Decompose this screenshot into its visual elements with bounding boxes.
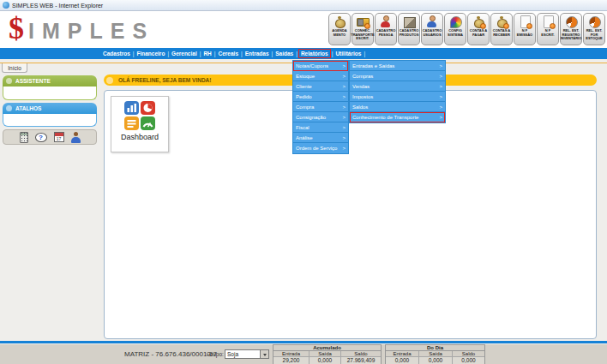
acumulado-title: Acumulado — [273, 345, 381, 351]
toolbar-button-conhec-transporte[interactable]: CONHEC. TRANSPORTE ESCRIT. — [352, 13, 374, 45]
toolbar-button-label: CADASTRO USUÁRIOS — [422, 29, 443, 37]
dropdown-item-consignacao[interactable]: Consignação > — [293, 112, 348, 122]
menu-gerencial[interactable]: Gerencial — [170, 50, 199, 57]
toolbar-button-label: N F EMISSÃO — [514, 29, 535, 37]
submenu-item-conhecimento-de-transporte[interactable]: Conhecimento de Transporte > — [350, 112, 445, 122]
toolbar-button-cadastro-pessoa[interactable]: CADASTRO PESSOA — [375, 13, 397, 45]
do-dia-table: Do Dia Entrada Saída Saldo 0,000 0,000 0… — [385, 344, 485, 364]
dropdown-item-label: Análise — [296, 135, 313, 140]
app-logo: $ IMPLES — [9, 12, 154, 45]
menu-rh[interactable]: RH — [201, 50, 213, 57]
submenu-item-vendas[interactable]: Vendas > — [350, 81, 445, 92]
plus-badge-icon — [480, 23, 486, 29]
acumulado-saldo-value: 27.969,409 — [341, 357, 381, 364]
dropdown-item-fiscal[interactable]: Fiscal > — [293, 122, 348, 133]
toolbar-button-cadastro-usuarios[interactable]: CADASTRO USUÁRIOS — [421, 13, 443, 45]
logo-letters: IMPLES — [28, 19, 154, 44]
plus-badge-icon — [526, 23, 532, 29]
dropdown-item-label: Pedido — [296, 94, 312, 99]
toolbar-button-label: N F ESCRIT. — [538, 29, 558, 37]
dropdown-item-label: Ordem de Serviço — [296, 146, 337, 151]
toolbar-button-rel-por-estoque[interactable]: REL. EST. POR ESTOQUE — [583, 13, 605, 45]
notas-cupons-submenu: Entradas e Saídas > Compras > Vendas > I… — [349, 60, 446, 123]
toolbar-button-config-sistema[interactable]: CONFIG SISTEMA — [444, 13, 466, 45]
dropdown-item-notas-cupons[interactable]: Notas/Cupons > — [293, 61, 348, 71]
submenu-arrow-icon: > — [439, 63, 442, 69]
toolbar-button-cadastro-produtos[interactable]: CADASTRO PRODUTOS — [398, 13, 420, 45]
money-bag-plus-icon — [472, 15, 485, 28]
submenu-arrow-icon: > — [342, 63, 346, 69]
calendar-day: 17 — [55, 136, 63, 141]
tab-inicio[interactable]: Início — [2, 63, 27, 73]
submenu-arrow-icon: > — [342, 74, 346, 79]
toolbar-button-label: CADASTRO PESSOA — [376, 29, 397, 37]
user-icon[interactable] — [71, 132, 81, 143]
plus-badge-icon — [550, 23, 556, 29]
toolbar-button-contas-a-pagar[interactable]: CONTAS A PAGAR — [467, 13, 490, 45]
toolbar-button-rel-registro-inventario[interactable]: REL. EST. REGISTRO INVENTÁRIO — [560, 13, 582, 45]
group-select[interactable]: Soja — [225, 349, 269, 359]
toolbar-button-label: CONFIG SISTEMA — [445, 29, 466, 37]
calculator-icon[interactable] — [20, 132, 28, 143]
column-header: Saída — [419, 351, 453, 357]
column-header: Saldo — [453, 351, 484, 357]
submenu-arrow-icon: > — [439, 94, 442, 99]
toolbar-button-nf-emissao[interactable]: N F EMISSÃO — [514, 13, 536, 45]
dropdown-item-ordem-de-servico[interactable]: Ordem de Serviço > — [293, 143, 348, 153]
dropdown-item-cliente[interactable]: Cliente > — [293, 81, 348, 92]
menu-cadastros[interactable]: Cadastros — [101, 50, 132, 57]
chevron-down-icon[interactable] — [260, 350, 268, 358]
toolbar-button-contas-a-receber[interactable]: CONTAS A RECEBER — [490, 13, 513, 45]
submenu-item-label: Entradas e Saídas — [352, 63, 394, 69]
acumulado-saida-value: 0,000 — [310, 357, 341, 364]
dropdown-item-label: Estoque — [296, 74, 315, 79]
dropdown-item-estoque[interactable]: Estoque > — [293, 71, 348, 81]
dropdown-item-label: Fiscal — [296, 125, 310, 130]
money-bag-icon — [333, 15, 346, 28]
menu-cereais[interactable]: Cereais — [217, 50, 241, 57]
dropdown-item-analise[interactable]: Análise > — [293, 133, 348, 143]
submenu-item-entradas-e-saidas[interactable]: Entradas e Saídas > — [350, 61, 445, 71]
group-select-value: Soja — [225, 350, 260, 358]
sidebar-panel-assistente[interactable]: ASSISTENTE — [3, 75, 97, 87]
relatorios-dropdown: Notas/Cupons > Estoque > Cliente > Pedid… — [292, 60, 349, 154]
dropdown-item-pedido[interactable]: Pedido > — [293, 92, 348, 102]
menu-utilitarios[interactable]: Utilitários — [334, 50, 363, 57]
pie-chart-icon — [564, 15, 578, 28]
toolbar-button-label: CONHEC. TRANSPORTE ESCRIT. — [350, 29, 376, 41]
window-titlebar: SIMPLES WEB - Internet Explorer — [0, 0, 607, 11]
submenu-item-saldos[interactable]: Saldos > — [350, 102, 445, 112]
plus-badge-icon — [503, 23, 509, 29]
sidebar-panel-atalhos[interactable]: ATALHOS — [3, 103, 97, 114]
assistente-panel-body — [3, 87, 97, 100]
toolbar-button-label: CONTAS A PAGAR — [468, 29, 489, 37]
dashboard-tile[interactable]: Dashboard — [111, 96, 169, 152]
dashboard-icon — [123, 100, 156, 131]
toolbar-button-label: AGENDA MENTO — [329, 29, 350, 37]
menu-financeiro[interactable]: Financeiro — [135, 50, 167, 57]
menu-saidas[interactable]: Saídas — [273, 50, 295, 57]
submenu-item-impostos[interactable]: Impostos > — [350, 92, 445, 102]
logo-dollar-glyph: $ — [9, 12, 24, 45]
toolbar-button-nf-escrit[interactable]: N F ESCRIT. — [537, 13, 559, 45]
submenu-item-label: Saldos — [352, 104, 368, 110]
submenu-arrow-icon: > — [342, 94, 346, 99]
submenu-arrow-icon: > — [342, 115, 346, 120]
person-blue-icon — [425, 15, 439, 28]
submenu-item-compras[interactable]: Compras > — [350, 71, 445, 81]
submenu-arrow-icon: > — [439, 84, 442, 89]
app-header: $ IMPLES AGENDA MENTO CONHEC. TRANSPORTE… — [0, 11, 607, 48]
menu-relatorios[interactable]: Relatórios — [298, 49, 331, 58]
help-icon[interactable]: ? — [35, 133, 47, 142]
color-fan-icon — [448, 15, 462, 28]
calendar-icon[interactable]: 17 — [54, 132, 64, 142]
sidebar-quick-icons-panel: ? 17 — [3, 129, 97, 145]
dropdown-item-compra[interactable]: Compra > — [293, 102, 348, 112]
atalhos-panel-body — [3, 114, 97, 127]
toolbar-button-agendamento[interactable]: AGENDA MENTO — [328, 13, 351, 45]
toolbar-button-label: REL. EST. POR ESTOQUE — [584, 29, 604, 41]
document-plus-icon — [541, 15, 555, 28]
submenu-item-label: Vendas — [352, 84, 370, 89]
person-red-icon — [379, 15, 393, 28]
menu-entradas[interactable]: Entradas — [243, 50, 271, 57]
